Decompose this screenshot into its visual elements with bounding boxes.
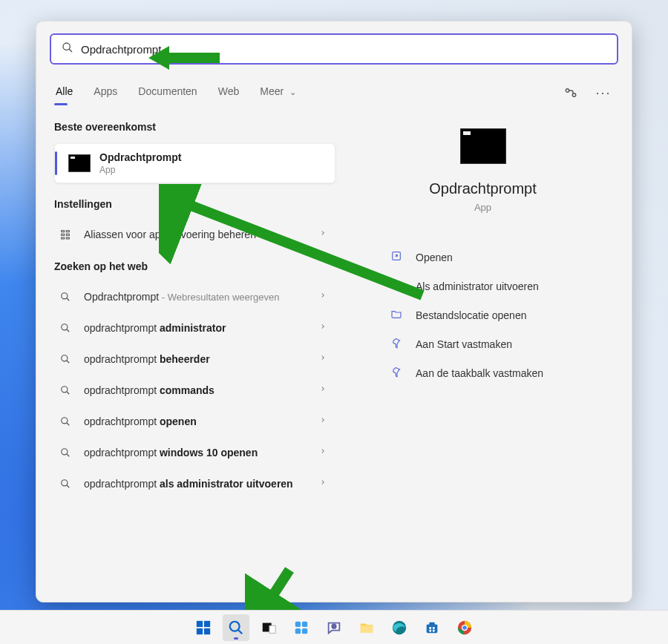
web-result-text: opdrachtprompt openen bbox=[84, 415, 309, 427]
svg-point-2 bbox=[566, 89, 569, 93]
tab-more[interactable]: Meer ⌄ bbox=[258, 81, 298, 105]
svg-point-12 bbox=[62, 324, 68, 330]
chevron-right-icon bbox=[319, 477, 327, 490]
web-result-6[interactable]: opdrachtprompt als administrator uitvoer… bbox=[54, 470, 335, 498]
svg-rect-44 bbox=[361, 625, 373, 632]
svg-line-23 bbox=[67, 485, 70, 488]
svg-rect-48 bbox=[429, 627, 431, 629]
svg-rect-7 bbox=[66, 234, 69, 235]
web-result-text: opdrachtprompt administrator bbox=[84, 322, 309, 334]
web-result-text: Opdrachtprompt - Webresultaten weergeven bbox=[84, 291, 309, 303]
action-pin-start[interactable]: Aan Start vastmaken bbox=[386, 331, 606, 357]
settings-result[interactable]: Aliassen voor app-uitvoering beheren bbox=[54, 220, 335, 249]
file-explorer-button[interactable] bbox=[353, 614, 380, 641]
svg-rect-34 bbox=[204, 628, 210, 634]
search-icon bbox=[57, 385, 73, 395]
svg-line-17 bbox=[67, 392, 70, 395]
tab-web[interactable]: Web bbox=[217, 81, 241, 105]
best-match-card[interactable]: Opdrachtprompt App bbox=[54, 143, 335, 183]
web-result-1[interactable]: opdrachtprompt administrator bbox=[54, 314, 335, 342]
svg-rect-49 bbox=[433, 627, 435, 629]
svg-rect-4 bbox=[62, 231, 65, 232]
pin-icon bbox=[390, 366, 404, 380]
more-options-icon[interactable]: ··· bbox=[593, 82, 614, 103]
svg-rect-39 bbox=[295, 621, 301, 626]
folder-icon bbox=[390, 308, 404, 322]
svg-rect-33 bbox=[197, 628, 203, 634]
svg-rect-5 bbox=[66, 231, 69, 232]
svg-rect-8 bbox=[62, 237, 65, 239]
start-button[interactable] bbox=[190, 614, 217, 641]
chevron-right-icon bbox=[319, 228, 327, 241]
section-best-match: Beste overeenkomst bbox=[54, 121, 346, 133]
web-result-4[interactable]: opdrachtprompt openen bbox=[54, 407, 335, 436]
svg-line-21 bbox=[67, 454, 70, 457]
section-settings: Instellingen bbox=[54, 198, 346, 210]
chrome-button[interactable] bbox=[451, 614, 478, 641]
search-icon bbox=[57, 416, 73, 427]
action-label: Aan Start vastmaken bbox=[416, 338, 512, 350]
pin-icon bbox=[390, 337, 404, 351]
svg-point-43 bbox=[332, 624, 336, 628]
tab-all[interactable]: Alle bbox=[54, 81, 74, 105]
search-icon bbox=[57, 292, 73, 302]
action-open[interactable]: Openen bbox=[386, 244, 606, 270]
web-result-3[interactable]: opdrachtprompt commands bbox=[54, 376, 335, 404]
web-result-0[interactable]: Opdrachtprompt - Webresultaten weergeven bbox=[54, 283, 335, 311]
search-icon bbox=[57, 447, 73, 458]
svg-line-11 bbox=[67, 298, 70, 301]
svg-rect-50 bbox=[429, 629, 431, 631]
web-result-2[interactable]: opdrachtprompt beheerder bbox=[54, 345, 335, 373]
edge-button[interactable] bbox=[386, 614, 413, 641]
svg-point-3 bbox=[572, 93, 576, 97]
connector-icon[interactable] bbox=[560, 82, 581, 103]
preview-title: Opdrachtprompt bbox=[352, 180, 614, 197]
tab-documents[interactable]: Documenten bbox=[137, 81, 198, 105]
chevron-right-icon bbox=[319, 321, 327, 335]
search-button[interactable] bbox=[223, 614, 249, 641]
svg-line-36 bbox=[238, 629, 243, 634]
tab-apps[interactable]: Apps bbox=[92, 81, 119, 105]
widgets-button[interactable] bbox=[288, 614, 315, 641]
action-label: Aan de taakbalk vastmaken bbox=[416, 367, 543, 379]
chevron-right-icon bbox=[319, 352, 327, 366]
web-result-text: opdrachtprompt commands bbox=[84, 384, 309, 396]
svg-point-10 bbox=[62, 293, 68, 299]
svg-point-54 bbox=[462, 625, 467, 630]
open-icon bbox=[390, 250, 404, 264]
svg-line-15 bbox=[67, 361, 70, 364]
search-icon bbox=[57, 354, 73, 364]
web-result-text: opdrachtprompt windows 10 openen bbox=[84, 447, 309, 459]
chat-button[interactable] bbox=[321, 614, 347, 641]
svg-rect-6 bbox=[62, 234, 65, 235]
svg-rect-38 bbox=[269, 625, 275, 633]
best-match-title: Opdrachtprompt bbox=[99, 151, 181, 163]
action-run-admin[interactable]: Als administrator uitvoeren bbox=[386, 273, 606, 299]
preview-actions: Openen Als administrator uitvoeren Besta… bbox=[352, 244, 614, 386]
svg-rect-31 bbox=[197, 620, 203, 626]
action-open-location[interactable]: Bestandslocatie openen bbox=[386, 302, 606, 328]
best-match-subtitle: App bbox=[99, 165, 181, 175]
svg-rect-46 bbox=[427, 624, 438, 633]
search-input[interactable] bbox=[81, 43, 606, 56]
action-label: Openen bbox=[416, 252, 453, 263]
results-column: Beste overeenkomst Opdrachtprompt App In… bbox=[36, 105, 346, 602]
store-button[interactable] bbox=[419, 614, 445, 641]
search-wrap bbox=[36, 22, 632, 70]
action-pin-taskbar[interactable]: Aan de taakbalk vastmaken bbox=[386, 360, 606, 386]
svg-rect-32 bbox=[204, 620, 210, 626]
web-result-5[interactable]: opdrachtprompt windows 10 openen bbox=[54, 438, 335, 467]
svg-line-1 bbox=[69, 49, 72, 52]
chevron-right-icon bbox=[319, 446, 327, 459]
search-icon bbox=[62, 42, 73, 56]
settings-result-text: Aliassen voor app-uitvoering beheren bbox=[84, 229, 309, 240]
svg-rect-9 bbox=[66, 237, 69, 239]
web-result-text: opdrachtprompt beheerder bbox=[84, 353, 309, 365]
svg-line-13 bbox=[67, 329, 70, 332]
search-box[interactable] bbox=[50, 33, 618, 65]
settings-icon bbox=[57, 229, 73, 240]
search-icon bbox=[57, 323, 73, 333]
task-view-button[interactable] bbox=[255, 614, 282, 641]
filter-tabs: Alle Apps Documenten Web Meer ⌄ ··· bbox=[36, 73, 632, 105]
section-web: Zoeken op het web bbox=[54, 260, 346, 272]
